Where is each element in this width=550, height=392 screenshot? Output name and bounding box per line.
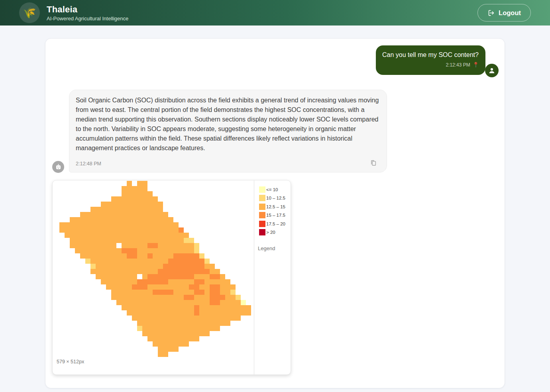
copy-icon	[370, 159, 377, 167]
app-header: 🌾 Thaleia AI-Powered Agricultural Intell…	[0, 0, 550, 25]
legend-swatch	[259, 195, 265, 201]
legend-swatch	[259, 186, 265, 193]
bot-avatar	[52, 161, 64, 173]
person-icon	[488, 67, 496, 74]
user-message-text: Can you tell me my SOC content?	[382, 51, 479, 59]
legend-item: 17.5 – 20	[259, 220, 291, 228]
legend-item: 10 – 12.5	[259, 194, 291, 203]
bot-message-bubble: Soil Organic Carbon (SOC) distribution a…	[69, 90, 387, 172]
user-message-meta: 2:12:43 PM 📍	[382, 62, 479, 68]
map-size-label: 579 × 512px	[57, 359, 84, 365]
legend-label: <= 10	[266, 187, 278, 192]
legend-item: 12.5 – 15	[259, 202, 291, 211]
user-avatar	[485, 64, 499, 77]
logout-icon	[487, 9, 495, 17]
legend-item: > 20	[259, 228, 291, 237]
field-map-raster	[54, 181, 251, 357]
bot-message-text: Soil Organic Carbon (SOC) distribution a…	[76, 96, 380, 153]
legend-label: 12.5 – 15	[266, 204, 285, 209]
legend-swatch	[259, 229, 265, 235]
soc-map-panel: 579 × 512px <= 1010 – 12.512.5 – 1515 – …	[52, 180, 291, 375]
legend-items: <= 1010 – 12.512.5 – 1515 – 17.517.5 – 2…	[259, 185, 291, 237]
legend-label: 15 – 17.5	[266, 213, 285, 218]
app-logo: 🌾	[19, 2, 40, 23]
legend-swatch	[259, 204, 265, 210]
user-message-timestamp: 2:12:43 PM	[446, 62, 470, 68]
pushpin-icon: 📍	[473, 62, 479, 68]
app-tagline: AI-Powered Agricultural Intelligence	[47, 16, 128, 22]
legend-label: 10 – 12.5	[266, 196, 285, 200]
title-block: Thaleia AI-Powered Agricultural Intellig…	[47, 4, 128, 22]
robot-icon	[55, 163, 62, 171]
legend-item: 15 – 17.5	[259, 211, 291, 220]
legend-swatch	[259, 221, 265, 227]
legend-title: Legend	[258, 245, 291, 251]
legend-label: 17.5 – 20	[266, 221, 285, 226]
user-message-bubble: Can you tell me my SOC content? 2:12:43 …	[376, 45, 485, 75]
plant-emoji-icon: 🌾	[23, 7, 36, 19]
logout-button[interactable]: Logout	[477, 4, 531, 22]
map-legend: <= 1010 – 12.512.5 – 1515 – 17.517.5 – 2…	[254, 180, 291, 374]
app-title: Thaleia	[47, 4, 128, 15]
legend-label: > 20	[266, 230, 275, 235]
legend-item: <= 10	[259, 185, 291, 194]
bot-message-timestamp: 2:12:48 PM	[76, 161, 101, 167]
logout-label: Logout	[499, 9, 521, 17]
chat-card: Can you tell me my SOC content? 2:12:43 …	[45, 39, 505, 388]
legend-swatch	[259, 212, 265, 218]
copy-message-button[interactable]	[369, 159, 378, 167]
